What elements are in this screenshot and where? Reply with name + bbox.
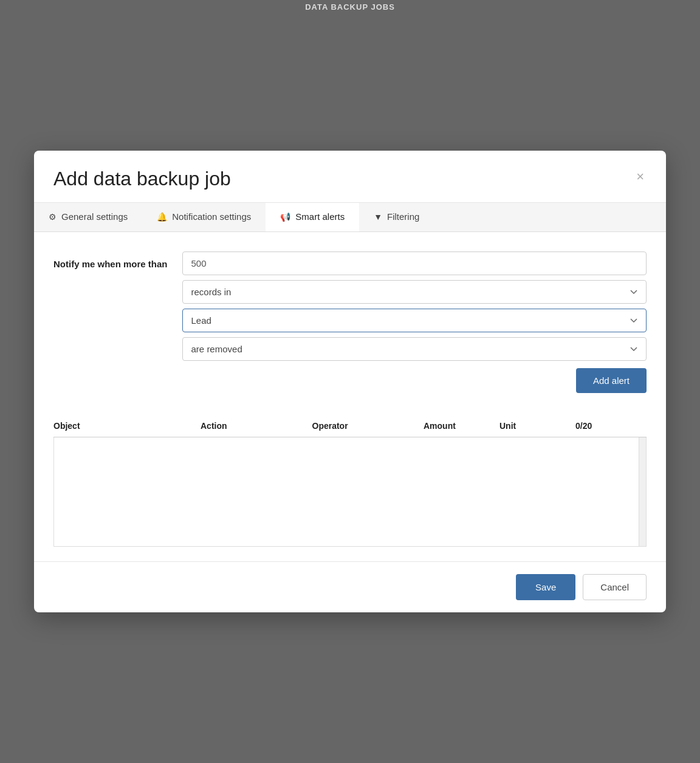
col-header-object: Object (53, 421, 196, 431)
col-header-action: Action (201, 421, 307, 431)
tab-notification-label: Notification settings (172, 211, 251, 222)
filter-icon: ▼ (374, 212, 382, 222)
add-alert-button[interactable]: Add alert (576, 368, 647, 393)
tab-notification[interactable]: 🔔 Notification settings (142, 203, 266, 231)
megaphone-icon: 📢 (280, 212, 290, 222)
scrollbar[interactable] (639, 437, 646, 546)
col-header-unit: Unit (499, 421, 571, 431)
tab-filtering-label: Filtering (387, 211, 419, 222)
notify-controls: records in records added records modifie… (182, 251, 647, 393)
table-body (53, 437, 647, 547)
amount-input[interactable] (182, 251, 647, 275)
modal: Add data backup job × ⚙ General settings… (34, 151, 666, 612)
col-header-operator: Operator (312, 421, 419, 431)
notify-label: Notify me when more than (53, 251, 168, 269)
modal-footer: Save Cancel (34, 561, 666, 612)
action-select[interactable]: are removed are added are modified (182, 337, 647, 361)
tab-smart-alerts-label: Smart alerts (295, 211, 345, 222)
tabs-bar: ⚙ General settings 🔔 Notification settin… (34, 203, 666, 232)
col-header-count: 0/20 (575, 421, 647, 431)
object-select[interactable]: Lead Contact Account Opportunity (182, 309, 647, 332)
table-section: Object Action Operator Amount Unit 0/20 (53, 415, 647, 547)
col-header-amount: Amount (424, 421, 495, 431)
tab-general-label: General settings (61, 211, 128, 222)
modal-body: Notify me when more than records in reco… (34, 232, 666, 561)
page-top-bar: DATA BACKUP JOBS (0, 0, 700, 14)
tab-smart-alerts[interactable]: 📢 Smart alerts (266, 203, 359, 231)
records-select[interactable]: records in records added records modifie… (182, 280, 647, 304)
close-button[interactable]: × (634, 168, 647, 186)
add-alert-row: Add alert (182, 368, 647, 393)
tab-filtering[interactable]: ▼ Filtering (359, 203, 434, 231)
tab-general[interactable]: ⚙ General settings (34, 203, 142, 231)
cancel-button[interactable]: Cancel (583, 574, 647, 600)
table-header: Object Action Operator Amount Unit 0/20 (53, 415, 647, 437)
modal-title: Add data backup job (53, 168, 231, 190)
save-button[interactable]: Save (516, 574, 575, 600)
notify-section: Notify me when more than records in reco… (53, 251, 647, 393)
gear-icon: ⚙ (49, 212, 57, 222)
bell-icon: 🔔 (157, 212, 167, 222)
modal-header: Add data backup job × (34, 151, 666, 203)
